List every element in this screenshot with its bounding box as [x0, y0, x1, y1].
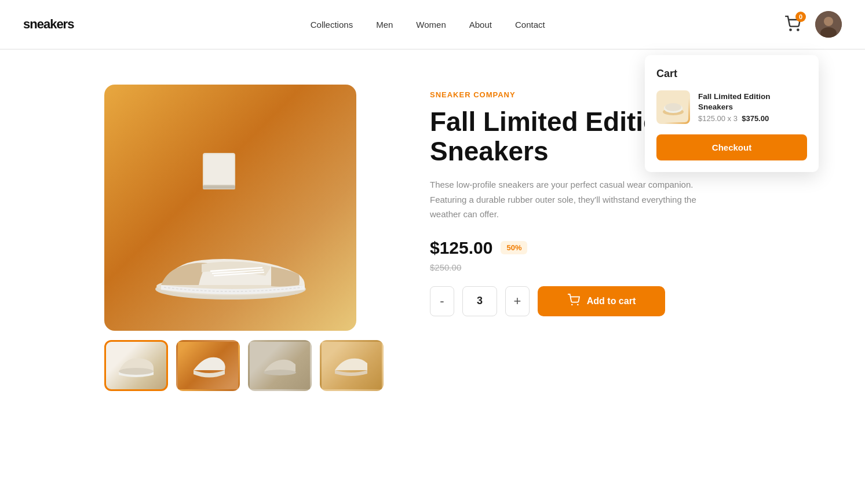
thumb-3-image: [250, 342, 310, 389]
nav-contact[interactable]: Contact: [515, 20, 545, 30]
cart-item: Fall Limited Edition Sneakers $125.00 x …: [656, 90, 807, 124]
add-to-cart-button[interactable]: Add to cart: [538, 286, 665, 316]
cart-dropdown: Cart Fall Limited Edition Sneakers $125.…: [645, 55, 819, 172]
add-to-cart-label: Add to cart: [587, 296, 636, 306]
quantity-decrease-button[interactable]: -: [430, 286, 454, 316]
price-current: $125.00: [430, 238, 492, 258]
thumb-4-image: [322, 342, 382, 389]
cart-title: Cart: [656, 68, 807, 80]
cart-icon-btn: [567, 294, 580, 308]
thumbnail-3[interactable]: [248, 340, 312, 391]
header: sneakers Collections Men Women About Con…: [0, 0, 865, 49]
cart-item-price: $125.00 x 3 $375.00: [698, 114, 807, 123]
product-description: These low-profile sneakers are your perf…: [430, 177, 708, 222]
avatar-svg: [815, 11, 842, 38]
add-cart-icon: [567, 294, 580, 305]
thumb-2-image: [178, 342, 238, 389]
quantity-row: - 3 + Add to cart: [430, 286, 708, 316]
thumbnail-4[interactable]: [320, 340, 384, 391]
thumb-1-image: [106, 342, 166, 389]
nav-collections[interactable]: Collections: [311, 20, 353, 30]
svg-point-0: [790, 29, 791, 30]
svg-rect-12: [204, 154, 234, 187]
quantity-increase-button[interactable]: +: [505, 286, 530, 316]
cart-item-name: Fall Limited Edition Sneakers: [698, 92, 807, 112]
cart-badge: 0: [795, 12, 806, 22]
main-image-visual: [121, 101, 341, 315]
nav-about[interactable]: About: [469, 20, 492, 30]
cart-item-thumbnail: [656, 90, 690, 124]
svg-point-24: [571, 304, 573, 305]
svg-rect-13: [203, 185, 235, 189]
product-images: [104, 85, 384, 391]
header-right: 0: [782, 11, 842, 38]
svg-point-5: [815, 11, 842, 38]
cart-item-total: $375.00: [742, 114, 769, 123]
quantity-display: 3: [462, 286, 497, 316]
discount-badge: 50%: [501, 241, 527, 254]
svg-point-23: [264, 370, 296, 375]
cart-thumb-image: [658, 92, 688, 122]
cart-item-info: Fall Limited Edition Sneakers $125.00 x …: [698, 92, 807, 123]
svg-point-25: [577, 304, 579, 305]
svg-point-9: [665, 103, 681, 111]
main-product-image: [104, 85, 356, 331]
avatar-image: [815, 11, 842, 38]
nav-women[interactable]: Women: [416, 20, 446, 30]
svg-point-1: [797, 29, 798, 30]
thumbnail-list: [104, 340, 384, 391]
thumbnail-2[interactable]: [176, 340, 240, 391]
cart-button[interactable]: 0: [782, 13, 804, 36]
pricing-section: $125.00 50%: [430, 238, 708, 258]
thumbnail-1[interactable]: [104, 340, 168, 391]
main-nav: Collections Men Women About Contact: [311, 20, 545, 30]
svg-point-21: [119, 368, 154, 375]
cart-item-price-line: $125.00 x 3: [698, 114, 738, 123]
checkout-button[interactable]: Checkout: [656, 134, 807, 160]
logo: sneakers: [23, 17, 74, 32]
user-avatar[interactable]: [815, 11, 842, 38]
sneaker-illustration: [132, 141, 329, 315]
price-original: $250.00: [430, 262, 708, 272]
nav-men[interactable]: Men: [376, 20, 393, 30]
